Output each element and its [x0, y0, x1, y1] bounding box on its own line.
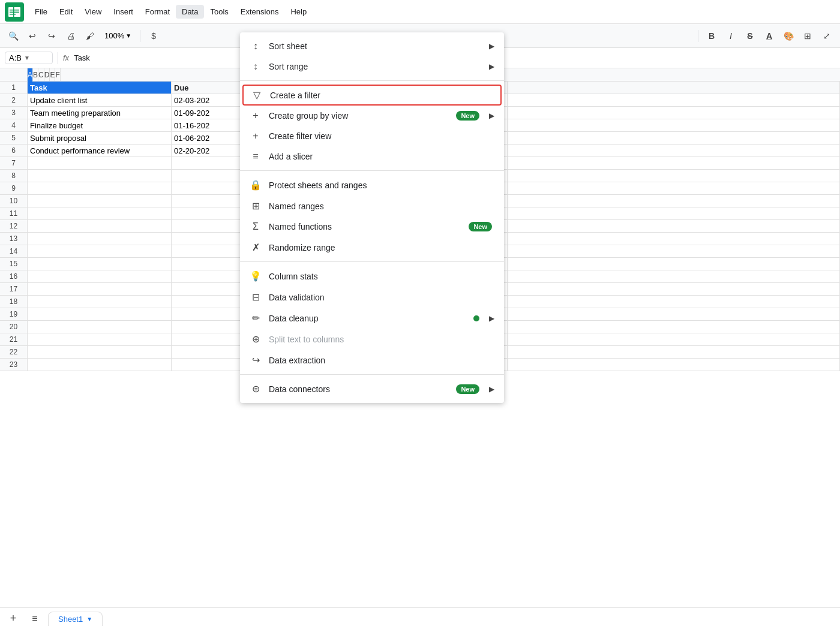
cell-f-6[interactable]: [508, 145, 840, 157]
cell-a-5[interactable]: Submit proposal: [28, 132, 172, 144]
view-menu-item[interactable]: View: [79, 5, 107, 19]
cell-a-22[interactable]: [28, 346, 172, 358]
menu-item-data-validation[interactable]: ⊟Data validation: [240, 287, 504, 308]
cell-b-20[interactable]: [172, 321, 244, 333]
menu-item-create-group-view[interactable]: +Create group by viewNew▶: [240, 106, 504, 126]
cell-a-19[interactable]: [28, 308, 172, 320]
print-icon[interactable]: 🖨: [62, 28, 79, 44]
column-header-e[interactable]: E: [50, 68, 55, 82]
cell-b-21[interactable]: [172, 333, 244, 345]
cell-f-13[interactable]: [508, 233, 840, 245]
add-sheet-button[interactable]: +: [5, 610, 22, 627]
cell-a-15[interactable]: [28, 258, 172, 270]
cell-b-7[interactable]: [172, 157, 244, 169]
cell-b-4[interactable]: 01-16-202: [172, 119, 244, 131]
bold-button[interactable]: B: [703, 28, 720, 44]
cell-b-16[interactable]: [172, 270, 244, 282]
help-menu-item[interactable]: Help: [284, 5, 313, 19]
cell-a-18[interactable]: [28, 296, 172, 308]
cell-a-13[interactable]: [28, 233, 172, 245]
cell-a-11[interactable]: [28, 207, 172, 219]
cell-a-3[interactable]: Team meeting preparation: [28, 107, 172, 119]
cell-b-14[interactable]: [172, 245, 244, 257]
cell-a-6[interactable]: Conduct performance review: [28, 145, 172, 157]
column-header-c[interactable]: C: [38, 68, 44, 82]
menu-item-randomize-range[interactable]: ✗Randomize range: [240, 237, 504, 258]
cell-b-2[interactable]: 02-03-202: [172, 94, 244, 106]
cell-a-20[interactable]: [28, 321, 172, 333]
strikethrough-button[interactable]: S: [742, 28, 758, 44]
cell-b-10[interactable]: [172, 195, 244, 207]
zoom-control[interactable]: 100% ▼: [101, 30, 135, 41]
cell-f-12[interactable]: [508, 220, 840, 232]
cell-a-8[interactable]: [28, 170, 172, 182]
cell-a-21[interactable]: [28, 333, 172, 345]
cell-b-17[interactable]: [172, 283, 244, 295]
undo-icon[interactable]: ↩: [24, 28, 41, 44]
cell-f-17[interactable]: [508, 283, 840, 295]
menu-item-data-cleanup[interactable]: ✏Data cleanup▶: [240, 308, 504, 329]
insert-menu-item[interactable]: Insert: [107, 5, 139, 19]
cell-f-21[interactable]: [508, 333, 840, 345]
edit-menu-item[interactable]: Edit: [53, 5, 79, 19]
cell-a-4[interactable]: Finalize budget: [28, 119, 172, 131]
cell-f-19[interactable]: [508, 308, 840, 320]
cell-f-23[interactable]: [508, 359, 840, 371]
file-menu-item[interactable]: File: [29, 5, 53, 19]
cell-a-17[interactable]: [28, 283, 172, 295]
cell-b-15[interactable]: [172, 258, 244, 270]
redo-icon[interactable]: ↪: [43, 28, 60, 44]
merge-icon[interactable]: ⤢: [818, 28, 835, 44]
cell-f-4[interactable]: [508, 119, 840, 131]
cell-b-11[interactable]: [172, 207, 244, 219]
search-icon[interactable]: 🔍: [5, 28, 22, 44]
menu-item-add-slicer[interactable]: ≡Add a slicer: [240, 146, 504, 167]
cell-a-16[interactable]: [28, 270, 172, 282]
menu-item-protect-sheets[interactable]: 🔒Protect sheets and ranges: [240, 174, 504, 195]
cell-f-2[interactable]: [508, 94, 840, 106]
extensions-menu-item[interactable]: Extensions: [235, 5, 285, 19]
cell-f-5[interactable]: [508, 132, 840, 144]
sheet1-tab[interactable]: Sheet1 ▼: [48, 612, 103, 626]
cell-a-12[interactable]: [28, 220, 172, 232]
cell-b-5[interactable]: 01-06-202: [172, 132, 244, 144]
cell-a-1[interactable]: Task: [28, 82, 172, 94]
menu-item-sort-range[interactable]: ↕Sort range▶: [240, 56, 504, 77]
borders-icon[interactable]: ⊞: [799, 28, 816, 44]
cell-f-20[interactable]: [508, 321, 840, 333]
cell-b-13[interactable]: [172, 233, 244, 245]
cell-f-8[interactable]: [508, 170, 840, 182]
menu-item-create-filter-view[interactable]: +Create filter view: [240, 126, 504, 146]
cell-f-22[interactable]: [508, 346, 840, 358]
menu-item-named-ranges[interactable]: ⊞Named ranges: [240, 195, 504, 216]
column-header-b[interactable]: B: [33, 68, 38, 82]
format-menu-item[interactable]: Format: [139, 5, 176, 19]
cell-b-22[interactable]: [172, 346, 244, 358]
menu-item-named-functions[interactable]: ΣNamed functionsNew: [240, 216, 504, 237]
cell-b-23[interactable]: [172, 359, 244, 371]
cell-f-9[interactable]: [508, 182, 840, 194]
italic-button[interactable]: I: [722, 28, 739, 44]
menu-item-data-connectors[interactable]: ⊜Data connectorsNew▶: [240, 378, 504, 399]
currency-icon[interactable]: $: [145, 28, 162, 44]
cell-f-3[interactable]: [508, 107, 840, 119]
cell-f-11[interactable]: [508, 207, 840, 219]
cell-a-14[interactable]: [28, 245, 172, 257]
menu-item-split-text[interactable]: ⊕Split text to columns: [240, 329, 504, 350]
cell-f-14[interactable]: [508, 245, 840, 257]
cell-b-19[interactable]: [172, 308, 244, 320]
cell-f-15[interactable]: [508, 258, 840, 270]
menu-item-column-stats[interactable]: 💡Column stats: [240, 266, 504, 287]
fill-color-icon[interactable]: 🎨: [780, 28, 797, 44]
cell-b-6[interactable]: 02-20-202: [172, 145, 244, 157]
cell-b-18[interactable]: [172, 296, 244, 308]
underline-button[interactable]: A: [761, 28, 778, 44]
cell-a-23[interactable]: [28, 359, 172, 371]
cell-b-9[interactable]: [172, 182, 244, 194]
cell-b-12[interactable]: [172, 220, 244, 232]
menu-item-data-extraction[interactable]: ↪Data extraction: [240, 350, 504, 371]
column-header-d[interactable]: D: [44, 68, 50, 82]
menu-item-sort-sheet[interactable]: ↕Sort sheet▶: [240, 36, 504, 56]
tools-menu-item[interactable]: Tools: [204, 5, 234, 19]
cell-a-10[interactable]: [28, 195, 172, 207]
